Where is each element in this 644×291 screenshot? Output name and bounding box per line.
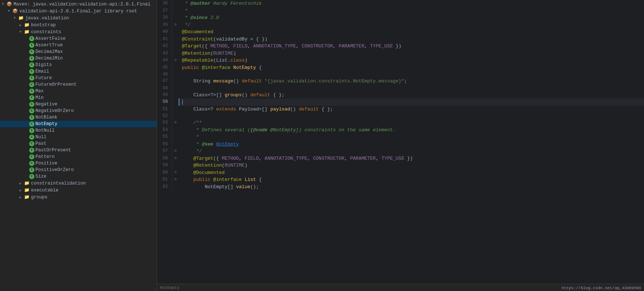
sidebar-item-label: FutureOrPresent — [35, 82, 77, 87]
sidebar-item-label: Digits — [35, 62, 52, 67]
line-number: 42 — [157, 43, 172, 50]
code-row: 58◇ @Target({ METHOD, FIELD, ANNOTATION_… — [157, 155, 644, 162]
line-gutter: ◇ — [172, 169, 179, 176]
folder-icon: 📁 — [23, 22, 30, 28]
sidebar-item-Positive[interactable]: CPositive — [0, 160, 157, 167]
line-number: 55 — [157, 133, 172, 141]
line-number: 47 — [157, 78, 172, 85]
sidebar-item-label: PositiveOrZero — [35, 167, 74, 172]
code-row: 50 — [157, 98, 644, 106]
tree-arrow-icon: ▼ — [6, 9, 12, 13]
sidebar-item-executable[interactable]: ▶📁executable — [0, 187, 157, 194]
line-number: 58 — [157, 155, 172, 162]
sidebar-item-PositiveOrZero[interactable]: CPositiveOrZero — [0, 167, 157, 173]
sidebar-item-label: AssertTrue — [35, 43, 63, 48]
sidebar-item-Digits[interactable]: CDigits — [0, 62, 157, 68]
code-table: 36 * @author Hardy Ferentschik37 *38 * @… — [157, 0, 644, 190]
sidebar-item-label: NegativeOrZero — [35, 108, 74, 113]
bottom-tab-label: NotEmpty — [160, 286, 179, 290]
tree-arrow-icon: ▶ — [18, 23, 23, 27]
line-gutter: ◇ — [172, 148, 179, 155]
line-number: 53 — [157, 119, 172, 127]
class-icon: C — [29, 148, 34, 153]
sidebar-item-AssertTrue[interactable]: CAssertTrue — [0, 42, 157, 48]
line-number: 44 — [157, 57, 172, 64]
class-icon: C — [29, 69, 34, 74]
sidebar-item-constraintvalidation[interactable]: ▶📁constraintvalidation — [0, 180, 157, 187]
sidebar-item-jar-root[interactable]: ▼📦validation-api-2.0.1.Final.jar library… — [0, 8, 157, 15]
line-content: public @interface List { — [179, 176, 644, 183]
sidebar-item-Pattern[interactable]: CPattern — [0, 154, 157, 160]
class-icon: C — [29, 115, 34, 120]
line-gutter — [172, 183, 179, 191]
line-gutter — [172, 133, 179, 141]
line-number: 62 — [157, 183, 172, 191]
sidebar-item-label: Size — [35, 174, 46, 179]
line-content: /** — [179, 119, 644, 127]
sidebar-item-maven-root[interactable]: ▼📦Maven: javax.validation:validation-api… — [0, 1, 157, 8]
sidebar-item-NotEmpty[interactable]: CNotEmpty — [0, 121, 157, 127]
class-icon: C — [29, 161, 34, 166]
sidebar-item-Email[interactable]: CEmail — [0, 68, 157, 75]
line-number: 43 — [157, 50, 172, 57]
sidebar-item-label: DecimalMax — [35, 49, 63, 54]
line-number: 54 — [157, 127, 172, 134]
tree-arrow-icon: ▼ — [0, 2, 6, 6]
line-content: * — [179, 7, 644, 15]
sidebar-item-Negative[interactable]: CNegative — [0, 101, 157, 108]
sidebar-item-NotNull[interactable]: CNotNull — [0, 127, 157, 134]
line-number: 61 — [157, 176, 172, 183]
tree-arrow-icon: ▶ — [18, 188, 23, 193]
sidebar-item-label: Min — [35, 95, 44, 100]
line-number: 40 — [157, 28, 172, 36]
sidebar-item-javax-validation[interactable]: ▼📁javax.validation — [0, 15, 157, 22]
line-gutter: ◇ — [172, 155, 179, 162]
sidebar-item-FutureOrPresent[interactable]: CFutureOrPresent — [0, 81, 157, 88]
sidebar-item-label: Positive — [35, 161, 57, 166]
sidebar-item-Past[interactable]: CPast — [0, 140, 157, 147]
sidebar-item-Future[interactable]: CFuture — [0, 75, 157, 81]
line-gutter: ◇ — [172, 119, 179, 127]
code-area[interactable]: 36 * @author Hardy Ferentschik37 *38 * @… — [157, 0, 644, 291]
line-number: 41 — [157, 36, 172, 43]
sidebar-item-bootstrap[interactable]: ▶📁bootstrap — [0, 22, 157, 28]
cursor — [182, 100, 183, 105]
code-row: 37 * — [157, 7, 644, 15]
line-content: * Defines several ({@code @NotEmpty}) co… — [179, 127, 644, 134]
sidebar-item-Min[interactable]: CMin — [0, 94, 157, 101]
sidebar-item-PastOrPresent[interactable]: CPastOrPresent — [0, 147, 157, 154]
folder-icon: 📁 — [23, 187, 30, 193]
line-gutter — [172, 141, 179, 148]
line-content — [179, 85, 644, 92]
class-icon: C — [29, 154, 34, 159]
line-gutter — [172, 43, 179, 50]
sidebar-item-NotBlank[interactable]: CNotBlank — [0, 114, 157, 121]
line-content: @Repeatable(List.class) — [179, 57, 644, 64]
sidebar-item-NegativeOrZero[interactable]: CNegativeOrZero — [0, 108, 157, 114]
sidebar-item-groups[interactable]: ▶📁groups — [0, 194, 157, 201]
sidebar-item-Null[interactable]: CNull — [0, 134, 157, 140]
code-row: 46 — [157, 71, 644, 78]
line-content: @Constraint(validatedBy = { }) — [179, 36, 644, 43]
class-icon: C — [29, 49, 34, 54]
sidebar-item-label: PastOrPresent — [35, 148, 71, 153]
sidebar-item-label: AssertFalse — [35, 36, 66, 41]
line-gutter — [172, 50, 179, 57]
sidebar-item-label: NotEmpty — [35, 121, 57, 127]
line-content: @Retention(RUNTIME) — [179, 50, 644, 57]
sidebar-item-Size[interactable]: CSize — [0, 173, 157, 180]
sidebar-item-DecimalMax[interactable]: CDecimalMax — [0, 48, 157, 55]
class-icon: C — [29, 36, 34, 41]
class-icon: C — [29, 102, 34, 107]
class-icon: C — [29, 121, 34, 127]
sidebar-item-constraints[interactable]: ▼📁constraints — [0, 28, 157, 35]
line-content: */ — [179, 148, 644, 155]
line-gutter — [172, 106, 179, 113]
sidebar-item-Max[interactable]: CMax — [0, 88, 157, 94]
code-row: 53◇ /** — [157, 119, 644, 127]
code-row: 57◇ */ — [157, 148, 644, 155]
code-row: 45public @interface NotEmpty { — [157, 64, 644, 71]
line-content: @Documented — [179, 169, 644, 176]
sidebar-item-AssertFalse[interactable]: CAssertFalse — [0, 35, 157, 42]
sidebar-item-DecimalMin[interactable]: CDecimalMin — [0, 55, 157, 62]
